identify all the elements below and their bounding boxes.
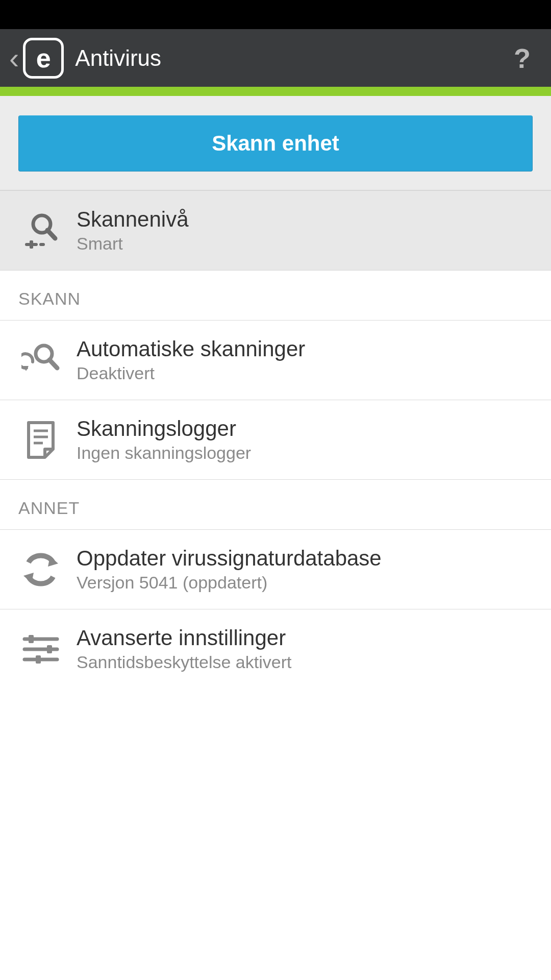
- svg-line-1: [47, 230, 55, 238]
- app-logo[interactable]: e: [23, 38, 64, 79]
- update-db-text: Oppdater virussignaturdatabase Versjon 5…: [77, 546, 536, 593]
- scan-level-item[interactable]: Skannenivå Smart: [0, 191, 551, 270]
- svg-rect-13: [29, 635, 34, 643]
- scan-level-panel: Skannenivå Smart: [0, 190, 551, 271]
- scan-logs-text: Skanningslogger Ingen skanningslogger: [77, 416, 536, 463]
- svg-rect-15: [47, 645, 52, 653]
- scan-level-value: Smart: [77, 234, 536, 254]
- auto-scan-icon: [15, 342, 66, 378]
- app-header: ‹ e Antivirus ?: [0, 29, 551, 87]
- advanced-settings-text: Avanserte innstillinger Sanntidsbeskytte…: [77, 626, 536, 672]
- auto-scan-text: Automatiske skanninger Deaktivert: [77, 337, 536, 383]
- status-strip: [0, 87, 551, 96]
- scan-logs-title: Skanningslogger: [77, 416, 536, 441]
- app-logo-letter: e: [36, 45, 51, 71]
- scan-level-icon: [15, 211, 66, 251]
- section-header-skann: SKANN: [0, 271, 551, 321]
- auto-scan-sub: Deaktivert: [77, 363, 536, 383]
- advanced-settings-item[interactable]: Avanserte innstillinger Sanntidsbeskytte…: [0, 609, 551, 689]
- back-chevron-icon[interactable]: ‹: [9, 43, 19, 73]
- svg-rect-17: [36, 655, 41, 664]
- scan-logs-sub: Ingen skanningslogger: [77, 443, 536, 463]
- scan-logs-icon: [15, 421, 66, 459]
- scan-level-text: Skannenivå Smart: [77, 207, 536, 254]
- advanced-settings-sub: Sanntidsbeskyttelse aktivert: [77, 652, 536, 672]
- sliders-icon: [15, 633, 66, 666]
- status-bar: [0, 0, 551, 29]
- svg-rect-3: [30, 240, 33, 249]
- update-db-title: Oppdater virussignaturdatabase: [77, 546, 536, 571]
- scan-button-panel: Skann enhet: [0, 96, 551, 190]
- scan-logs-item[interactable]: Skanningslogger Ingen skanningslogger: [0, 400, 551, 480]
- auto-scan-title: Automatiske skanninger: [77, 337, 536, 361]
- scan-level-title: Skannenivå: [77, 207, 536, 232]
- page-title: Antivirus: [75, 45, 503, 71]
- svg-line-5: [49, 360, 57, 368]
- help-icon[interactable]: ?: [503, 42, 542, 74]
- update-db-sub: Versjon 5041 (oppdatert): [77, 573, 536, 593]
- auto-scan-item[interactable]: Automatiske skanninger Deaktivert: [0, 321, 551, 400]
- section-header-annet: ANNET: [0, 480, 551, 530]
- scan-device-button[interactable]: Skann enhet: [18, 115, 533, 172]
- advanced-settings-title: Avanserte innstillinger: [77, 626, 536, 650]
- refresh-icon: [15, 552, 66, 587]
- update-db-item[interactable]: Oppdater virussignaturdatabase Versjon 5…: [0, 530, 551, 609]
